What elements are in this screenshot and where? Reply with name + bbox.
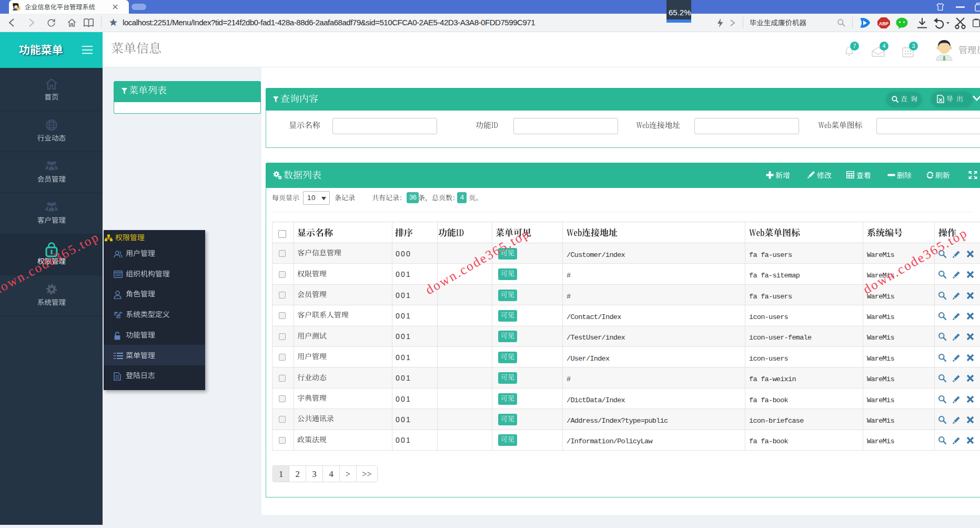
svg-text:ABP: ABP [879, 21, 888, 26]
